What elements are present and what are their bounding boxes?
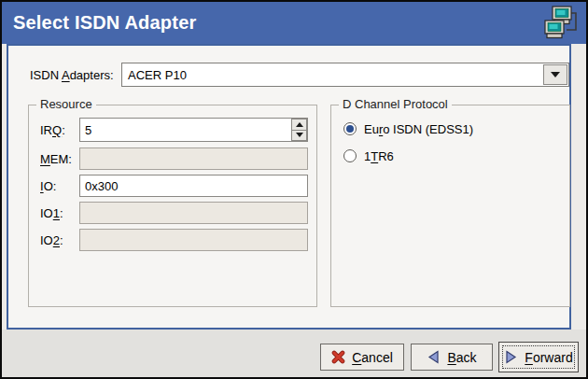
chevron-down-icon (551, 72, 560, 77)
dialog-title: Select ISDN Adapter (2, 12, 196, 34)
arrow-left-icon (427, 350, 441, 364)
io1-label: IO1: (40, 206, 79, 220)
forward-button-label: Forward (525, 350, 572, 365)
radio-1tr6-label: 1TR6 (364, 149, 394, 163)
chevron-down-icon (296, 133, 303, 137)
irq-spin-down-button[interactable] (291, 131, 307, 142)
mem-label: MEM: (40, 152, 79, 166)
radio-euro-isdn[interactable]: Euro ISDN (EDSS1) (343, 119, 473, 138)
networked-computers-icon (542, 5, 580, 42)
radio-selected-icon[interactable] (343, 122, 357, 135)
irq-row: IRQ: (40, 118, 308, 142)
io1-input (79, 202, 308, 224)
io2-label: IO2: (40, 233, 79, 247)
io-row: IO: (40, 175, 308, 197)
isdn-adapter-combobox[interactable]: ACER P10 (121, 63, 569, 87)
back-button[interactable]: Back (411, 344, 493, 371)
forward-button[interactable]: Forward (498, 342, 579, 372)
io2-input (79, 229, 308, 251)
content-panel: ISDN Adapters: ACER P10 Resource IRQ: (7, 44, 571, 330)
io-label: IO: (40, 179, 79, 193)
mem-row: MEM: (40, 147, 308, 170)
radio-1tr6[interactable]: 1TR6 (343, 147, 394, 165)
mem-input (79, 147, 308, 170)
combobox-dropdown-button[interactable] (543, 64, 567, 85)
dialog-titlebar: Select ISDN Adapter (2, 2, 586, 44)
red-x-icon (331, 350, 345, 364)
cancel-button[interactable]: Cancel (320, 344, 404, 371)
irq-label: IRQ: (40, 123, 79, 137)
radio-euro-isdn-label: Euro ISDN (EDSS1) (364, 122, 473, 136)
io2-row: IO2: (40, 229, 308, 251)
arrow-right-icon (504, 350, 518, 364)
isdn-adapters-label: ISDN Adapters: (30, 63, 114, 87)
irq-input[interactable] (80, 119, 291, 141)
irq-spin-up-button[interactable] (291, 119, 307, 131)
resource-group: Resource IRQ: MEM: IO: (28, 105, 317, 307)
resource-group-title: Resource (36, 97, 96, 111)
dialog-window: Select ISDN Adapter ISDN Adapters: (0, 0, 588, 379)
d-channel-protocol-title: D Channel Protocol (339, 97, 452, 111)
io1-row: IO1: (40, 202, 308, 224)
io-input[interactable] (79, 175, 308, 197)
chevron-up-icon (296, 122, 303, 127)
irq-spinner (79, 118, 308, 142)
back-button-label: Back (447, 350, 476, 365)
d-channel-protocol-group: D Channel Protocol Euro ISDN (EDSS1) 1TR… (330, 105, 570, 307)
radio-unselected-icon[interactable] (343, 149, 357, 162)
isdn-adapter-selected-value: ACER P10 (122, 68, 542, 82)
button-bar: Cancel Back Forward (2, 330, 586, 377)
cancel-button-label: Cancel (352, 350, 393, 365)
